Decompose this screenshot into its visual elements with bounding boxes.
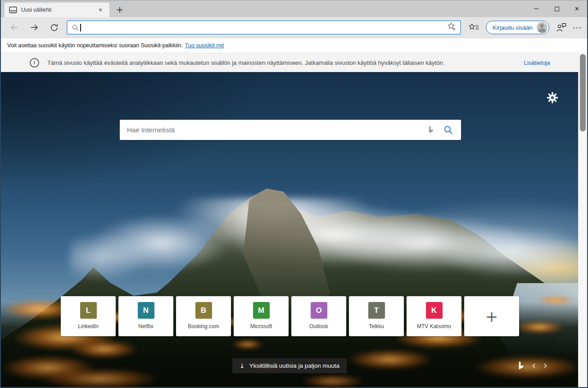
scrollbar-thumb[interactable] (580, 54, 586, 131)
favorites-hub-button[interactable] (468, 21, 479, 34)
tile-outlook[interactable]: O Outlook (291, 296, 346, 336)
site-letter-badge: M (253, 302, 270, 319)
bing-logo-icon (428, 126, 434, 134)
tile-linkedin[interactable]: L LinkedIn (61, 296, 116, 336)
tab-bar: Uusi välilehti ✕ + ✕ (1, 0, 587, 17)
previous-image-button[interactable]: ‹ (532, 361, 536, 370)
site-label: Outlook (309, 323, 328, 329)
site-letter-badge: T (368, 302, 385, 319)
import-favorites-link[interactable]: Tuo suosikit nyt (185, 42, 224, 49)
site-letter-badge: L (80, 302, 97, 319)
down-arrow-icon: ↓ (240, 362, 245, 370)
new-tab-hero: L LinkedIn N Netflix B Booking.com M Mic… (1, 72, 578, 387)
feedback-icon (556, 23, 567, 32)
plus-icon: + (485, 309, 498, 324)
page-settings-button[interactable] (547, 92, 558, 104)
feedback-button[interactable] (556, 21, 567, 34)
site-label: Netflix (138, 323, 153, 329)
star-plus-icon (447, 22, 456, 31)
address-input[interactable] (86, 24, 444, 31)
settings-and-more-button[interactable]: ··· (571, 24, 584, 32)
sign-in-button[interactable]: Kirjaudu sisään (486, 21, 549, 34)
tile-microsoft[interactable]: M Microsoft (234, 296, 289, 336)
star-list-icon (468, 23, 479, 32)
minimize-button[interactable] (526, 0, 547, 17)
info-icon: i (30, 58, 39, 68)
search-icon (72, 24, 79, 32)
new-tab-page-icon (9, 6, 17, 14)
text-caret (80, 24, 81, 32)
site-letter-badge: K (426, 302, 443, 319)
bottom-vignette (1, 72, 578, 387)
tile-booking[interactable]: B Booking.com (176, 296, 231, 336)
tab-close-icon[interactable]: ✕ (96, 5, 105, 14)
add-favorite-button[interactable] (447, 22, 456, 33)
new-tab-button[interactable]: + (113, 3, 126, 16)
site-label: Telkku (369, 323, 384, 329)
background-pager: ‹ › (518, 361, 547, 370)
add-site-tile[interactable]: + (464, 296, 519, 336)
minimize-icon (534, 9, 539, 9)
sign-in-label: Kirjaudu sisään (493, 24, 533, 31)
refresh-icon (50, 23, 59, 32)
tab-title: Uusi välilehti (21, 7, 96, 13)
site-label: Microsoft (250, 323, 272, 329)
cookie-notice-bar: i Tämä sivusto käyttää evästeitä analyti… (1, 53, 578, 72)
search-magnifier-icon (443, 125, 453, 135)
refresh-button[interactable] (48, 21, 60, 34)
address-bar[interactable] (67, 20, 461, 35)
avatar-body (538, 28, 546, 33)
cookie-notice-text: Tämä sivusto käyttää evästeitä analytiik… (47, 59, 444, 66)
back-icon (9, 23, 19, 32)
avatar (537, 22, 547, 33)
browser-toolbar: Kirjaudu sisään ··· (1, 17, 587, 38)
favorites-import-banner: Voit asettaa suosikit käytön nopeuttamis… (1, 38, 587, 53)
search-submit-button[interactable] (443, 125, 454, 135)
tile-mtv-katsomo[interactable]: K MTV Katsomo (407, 296, 461, 336)
quick-links-row: L LinkedIn N Netflix B Booking.com M Mic… (61, 296, 519, 336)
forward-icon (29, 23, 39, 32)
site-letter-badge: B (195, 302, 212, 319)
favorites-banner-text: Voit asettaa suosikit käytön nopeuttamis… (7, 42, 183, 49)
maximize-icon (555, 7, 559, 11)
browser-window: Uusi välilehti ✕ + ✕ (0, 0, 588, 388)
avatar-head (540, 24, 544, 28)
site-label: MTV Katsomo (417, 323, 451, 329)
bing-logo-white-icon (518, 361, 525, 370)
vertical-scrollbar[interactable] (578, 53, 587, 387)
forward-button[interactable] (28, 21, 41, 34)
page-content: i Tämä sivusto käyttää evästeitä analyti… (1, 53, 587, 387)
web-search-input[interactable] (127, 126, 428, 134)
tab-active[interactable]: Uusi välilehti ✕ (5, 3, 109, 17)
back-button[interactable] (8, 21, 21, 34)
maximize-button[interactable] (547, 0, 567, 17)
cookie-more-info-link[interactable]: Lisätietoja (524, 59, 550, 66)
news-button-label: Yksilöllisiä uutisia ja paljon muuta (249, 362, 339, 369)
next-image-button[interactable]: › (543, 361, 548, 370)
tile-netflix[interactable]: N Netflix (118, 296, 173, 336)
window-controls: ✕ (526, 0, 587, 17)
close-button[interactable]: ✕ (567, 0, 587, 17)
tile-telkku[interactable]: T Telkku (349, 296, 404, 336)
site-label: Booking.com (188, 323, 219, 329)
site-letter-badge: N (138, 302, 154, 319)
web-search-box[interactable] (120, 120, 461, 140)
personalized-news-button[interactable]: ↓ Yksilöllisiä uutisia ja paljon muuta (232, 358, 347, 373)
site-letter-badge: O (311, 302, 327, 319)
site-label: LinkedIn (78, 323, 98, 329)
